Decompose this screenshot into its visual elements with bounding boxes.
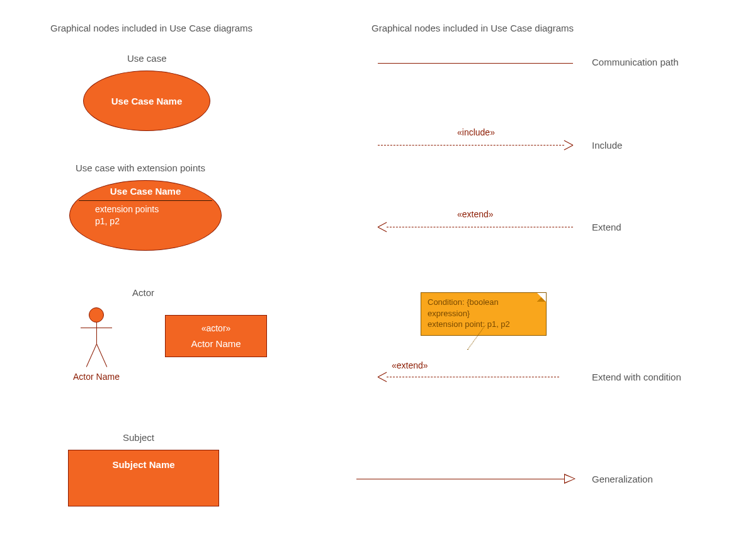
- include-dashed-line: [378, 145, 564, 146]
- generalization-arrow-icon: [564, 474, 576, 484]
- actor-stereotype: «actor»: [166, 323, 266, 333]
- extend-cond-dashed-line: [387, 377, 559, 377]
- actor-rect-name: Actor Name: [166, 338, 266, 349]
- use-case-ext-points-label: extension points: [95, 203, 196, 215]
- label-extend-with-condition: Extend with condition: [592, 372, 681, 382]
- generalization-line: [356, 479, 564, 479]
- extend-dashed-line: [387, 227, 573, 227]
- subject-name: Subject Name: [112, 459, 174, 470]
- heading-right: Graphical nodes included in Use Case dia…: [372, 23, 574, 33]
- extend-stereotype: «extend»: [457, 209, 494, 219]
- label-communication-path: Communication path: [592, 57, 679, 67]
- actor-stick-figure: Actor Name: [74, 307, 118, 382]
- actor-legs: [81, 344, 112, 367]
- heading-left: Graphical nodes included in Use Case dia…: [50, 23, 252, 33]
- include-stereotype: «include»: [457, 127, 495, 137]
- use-case-ellipse: Use Case Name: [83, 71, 210, 131]
- actor-rect: «actor» Actor Name: [165, 315, 267, 357]
- condition-note-line3: extension point: p1, p2: [428, 319, 540, 330]
- extend-cond-stereotype: «extend»: [392, 360, 428, 370]
- use-case-ext-ellipse: Use Case Name extension points p1, p2: [69, 180, 222, 251]
- actor-arms-line: [81, 328, 112, 328]
- condition-note-line2: expression}: [428, 308, 540, 319]
- label-generalization: Generalization: [592, 474, 653, 484]
- label-actor: Actor: [132, 287, 154, 298]
- use-case-ext-name: Use Case Name: [70, 181, 221, 200]
- use-case-ext-points-list: p1, p2: [95, 215, 196, 227]
- condition-note-line1: Condition: {boolean: [428, 297, 540, 308]
- subject-rect: Subject Name: [68, 450, 219, 506]
- communication-path-line: [378, 63, 573, 64]
- actor-body-line: [96, 323, 97, 344]
- condition-note: Condition: {boolean expression} extensio…: [421, 292, 547, 336]
- label-include: Include: [592, 140, 622, 151]
- use-case-name: Use Case Name: [84, 71, 210, 130]
- label-use-case-ext: Use case with extension points: [76, 163, 205, 173]
- actor-head-icon: [89, 307, 104, 323]
- label-subject: Subject: [123, 432, 154, 443]
- label-extend: Extend: [592, 222, 621, 232]
- label-use-case: Use case: [127, 53, 167, 64]
- actor-stick-caption: Actor Name: [68, 372, 125, 382]
